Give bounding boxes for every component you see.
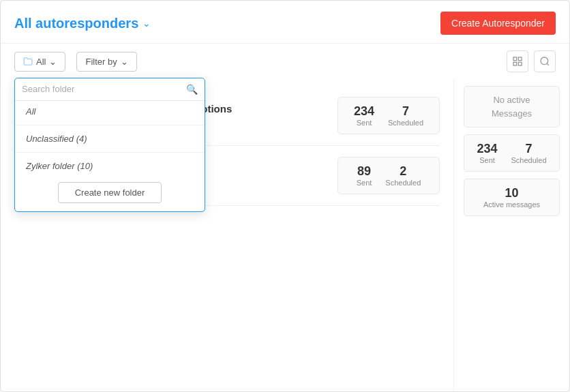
- folder-dropdown: 🔍 All Unclassified (4) Zylker folder (10…: [14, 78, 205, 212]
- toolbar-left: All ⌄ 🔍 All Unclassified (4) Zylker fold…: [14, 52, 137, 72]
- toolbar-right: [507, 50, 556, 72]
- folder-search-area: 🔍: [15, 78, 205, 101]
- global-stat-numbers: 234 Sent 7 Scheduled: [474, 142, 550, 164]
- stat-numbers-2: 89 Sent 2 Scheduled: [348, 164, 430, 187]
- create-new-folder-button[interactable]: Create new folder: [58, 182, 162, 203]
- scheduled-stat-1: 7 Scheduled: [388, 104, 423, 127]
- search-input[interactable]: [22, 84, 182, 94]
- scheduled-label-2: Scheduled: [385, 179, 421, 187]
- global-scheduled-label: Scheduled: [511, 156, 547, 164]
- global-scheduled-stat: 7 Scheduled: [511, 142, 547, 164]
- global-sent-label: Sent: [477, 156, 497, 164]
- active-label: Active messages: [474, 200, 550, 209]
- svg-rect-2: [513, 62, 517, 65]
- item-stats-1: 234 Sent 7 Scheduled: [338, 97, 440, 134]
- global-sent-stat: 234 Sent: [477, 142, 497, 164]
- sent-stat-1: 234 Sent: [354, 104, 374, 127]
- active-messages-card: 10 Active messages: [464, 179, 560, 216]
- app-container: All autoresponders ⌄ Create Autoresponde…: [0, 0, 570, 392]
- sent-count-2: 89: [357, 164, 372, 179]
- sent-stat-2: 89 Sent: [357, 164, 372, 187]
- dropdown-divider-1: [15, 125, 205, 125]
- global-scheduled-count: 7: [511, 142, 547, 156]
- all-chevron-icon: ⌄: [49, 57, 57, 67]
- sent-scheduled-card: 234 Sent 7 Scheduled: [464, 134, 560, 172]
- search-icon: 🔍: [186, 84, 198, 95]
- toolbar: All ⌄ 🔍 All Unclassified (4) Zylker fold…: [1, 44, 569, 79]
- sent-label-1: Sent: [354, 119, 374, 127]
- create-autoresponder-button[interactable]: Create Autoresponder: [440, 12, 556, 35]
- scheduled-label-1: Scheduled: [388, 119, 423, 127]
- search-button[interactable]: [534, 50, 556, 72]
- svg-point-4: [541, 57, 548, 65]
- active-count: 10: [474, 186, 550, 200]
- item-stats-2: 89 Sent 2 Scheduled: [338, 157, 440, 194]
- filter-by-button[interactable]: Filter by ⌄: [76, 52, 136, 72]
- folder-option-unclassified[interactable]: Unclassified (4): [15, 128, 205, 149]
- svg-rect-3: [518, 62, 522, 65]
- page-title: All autoresponders: [14, 16, 138, 31]
- filter-by-label: Filter by: [85, 57, 117, 67]
- scheduled-count-2: 2: [385, 164, 421, 179]
- no-active-line1: No active: [474, 93, 550, 107]
- scheduled-count-1: 7: [388, 104, 423, 119]
- chevron-down-icon[interactable]: ⌄: [142, 18, 151, 29]
- global-sent-count: 234: [477, 142, 497, 156]
- no-active-messages-card: No active Messages: [464, 86, 560, 127]
- sent-count-1: 234: [354, 104, 374, 119]
- no-active-line2: Messages: [474, 107, 550, 121]
- all-filter-label: All: [36, 57, 46, 67]
- svg-rect-0: [513, 57, 517, 61]
- dropdown-divider-2: [15, 152, 205, 153]
- search-icon: [539, 56, 550, 67]
- all-filter-button[interactable]: All ⌄: [14, 52, 65, 72]
- svg-line-5: [547, 63, 549, 65]
- grid-icon: [512, 56, 523, 67]
- grid-view-button[interactable]: [507, 50, 528, 72]
- header-title-wrap: All autoresponders ⌄: [14, 16, 151, 31]
- folder-option-all[interactable]: All: [15, 101, 205, 122]
- stats-panel: No active Messages 234 Sent 7 Scheduled: [453, 79, 569, 391]
- sent-label-2: Sent: [357, 179, 372, 187]
- filter-chevron-icon: ⌄: [121, 57, 128, 67]
- folder-icon: [23, 57, 33, 66]
- header: All autoresponders ⌄ Create Autoresponde…: [1, 1, 569, 44]
- scheduled-stat-2: 2 Scheduled: [385, 164, 421, 187]
- folder-option-zylker[interactable]: Zylker folder (10): [15, 155, 205, 177]
- svg-rect-1: [518, 57, 522, 61]
- active-messages-content: 10 Active messages: [474, 186, 550, 209]
- stat-numbers-1: 234 Sent 7 Scheduled: [348, 104, 430, 127]
